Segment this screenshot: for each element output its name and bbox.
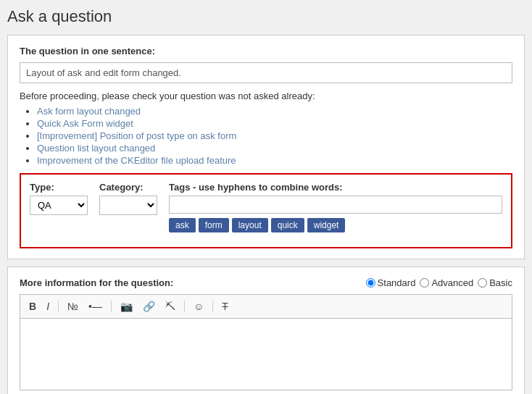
radio-standard[interactable]: Standard: [366, 277, 416, 288]
radio-group: Standard Advanced Basic: [366, 277, 512, 288]
clear-format-button[interactable]: T: [219, 299, 231, 314]
main-card: The question in one sentence: Before pro…: [7, 35, 525, 259]
category-label: Category:: [99, 182, 157, 193]
tag-btn-ask[interactable]: ask: [169, 218, 196, 232]
category-select[interactable]: [99, 196, 157, 215]
unordered-list-button[interactable]: •—: [86, 299, 105, 314]
category-field-group: Category:: [99, 182, 157, 215]
related-link-0[interactable]: Ask form layout changed: [37, 106, 141, 117]
type-select[interactable]: QA Discussion Other: [30, 196, 88, 215]
radio-advanced-label: Advanced: [431, 277, 473, 288]
check-note: Before proceeding, please check your que…: [20, 91, 512, 101]
radio-standard-input[interactable]: [366, 278, 375, 288]
bold-button[interactable]: B: [26, 299, 39, 314]
radio-advanced-input[interactable]: [420, 278, 429, 288]
radio-advanced[interactable]: Advanced: [420, 277, 473, 288]
question-label: The question in one sentence:: [20, 46, 512, 56]
more-info-header: More information for the question: Stand…: [20, 277, 512, 288]
type-category-box: Type: QA Discussion Other Category:: [20, 173, 512, 248]
related-link-3[interactable]: Question list layout changed: [37, 143, 155, 154]
page-container: Ask a question The question in one sente…: [0, 0, 532, 394]
radio-basic-input[interactable]: [478, 278, 487, 288]
fields-row: Type: QA Discussion Other Category:: [30, 182, 502, 232]
toolbar-divider-4: [212, 301, 213, 312]
link-button[interactable]: 🔗: [140, 299, 158, 314]
more-info-label: More information for the question:: [20, 277, 173, 288]
type-field-group: Type: QA Discussion Other: [30, 182, 88, 215]
question-input[interactable]: [20, 62, 512, 83]
toolbar-divider-2: [111, 301, 112, 312]
radio-basic-label: Basic: [489, 277, 512, 288]
emoji-button[interactable]: ☺: [191, 299, 207, 314]
related-links-list: Ask form layout changed Quick Ask Form w…: [20, 106, 512, 166]
editor-area[interactable]: [20, 318, 512, 390]
list-item: Improvement of the CKEditor file upload …: [37, 155, 512, 166]
radio-standard-label: Standard: [378, 277, 416, 288]
related-link-4[interactable]: Improvement of the CKEditor file upload …: [37, 155, 236, 166]
more-info-card: More information for the question: Stand…: [7, 267, 525, 394]
list-item: Question list layout changed: [37, 143, 512, 154]
list-item: Ask form layout changed: [37, 106, 512, 117]
ordered-list-button[interactable]: №: [65, 299, 81, 314]
related-link-1[interactable]: Quick Ask Form widget: [37, 118, 133, 129]
tags-label: Tags - use hyphens to combine words:: [169, 182, 502, 193]
tag-btn-quick[interactable]: quick: [271, 218, 304, 232]
tags-row: ask form layout quick widget: [169, 218, 502, 232]
toolbar-divider-3: [184, 301, 185, 312]
image-button[interactable]: 📷: [117, 299, 136, 314]
tags-field-group: Tags - use hyphens to combine words: ask…: [169, 182, 502, 232]
list-item: Quick Ask Form widget: [37, 118, 512, 129]
toolbar-divider-1: [58, 301, 59, 312]
tags-input[interactable]: [169, 196, 502, 214]
type-label: Type:: [30, 182, 88, 193]
unlink-button[interactable]: ⛏: [162, 299, 178, 314]
list-item: [Improvement] Position of post type on a…: [37, 130, 512, 141]
tag-btn-widget[interactable]: widget: [307, 218, 346, 232]
tag-btn-form[interactable]: form: [199, 218, 229, 232]
tag-btn-layout[interactable]: layout: [232, 218, 268, 232]
related-link-2[interactable]: [Improvement] Position of post type on a…: [37, 130, 236, 141]
editor-toolbar: B I № •— 📷 🔗 ⛏ ☺ T: [20, 294, 512, 318]
italic-button[interactable]: I: [43, 299, 52, 314]
page-title: Ask a question: [7, 7, 525, 26]
radio-basic[interactable]: Basic: [478, 277, 512, 288]
